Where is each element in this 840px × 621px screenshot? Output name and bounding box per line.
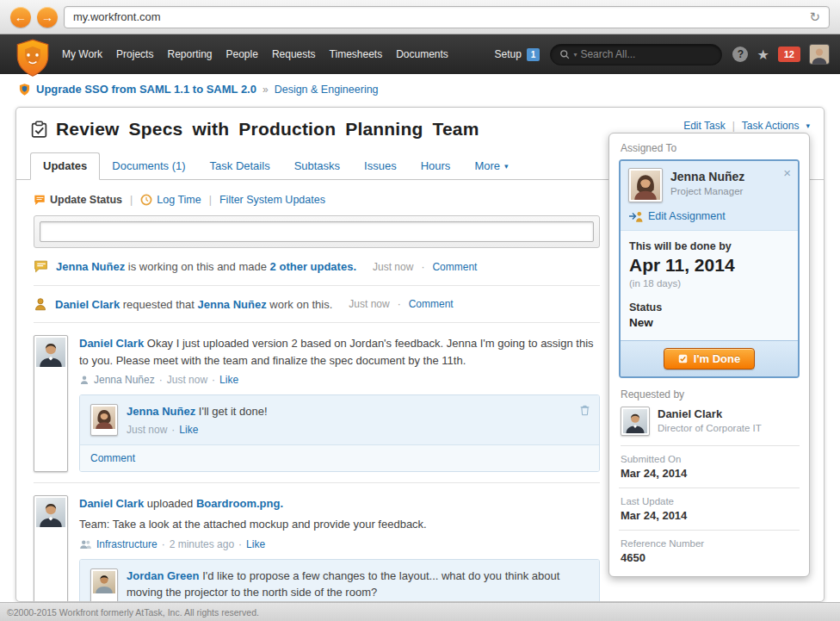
update-input[interactable] — [40, 221, 594, 242]
filter-system-updates-button[interactable]: Filter System Updates — [219, 194, 325, 206]
speech-bubble-icon — [34, 194, 46, 206]
project-icon — [19, 84, 30, 96]
browser-back-button[interactable]: ← — [10, 7, 31, 28]
feed-timestamp: Just now — [349, 298, 389, 310]
search-input[interactable] — [580, 48, 713, 60]
meta-dot: · — [421, 261, 424, 273]
like-link[interactable]: Like — [219, 374, 238, 386]
feed-name-link[interactable]: Daniel Clark — [55, 298, 120, 311]
tab-documents[interactable]: Documents (1) — [100, 153, 197, 179]
submitted-on-label: Submitted On — [621, 454, 800, 464]
assigned-to-label: Assigned To — [621, 142, 800, 154]
meta-dot: · — [238, 538, 242, 550]
copyright-text: ©2000-2015 Workfront formerly AtTask, In… — [7, 607, 259, 618]
last-update-value: Mar 24, 2014 — [621, 509, 800, 522]
favorites-icon[interactable]: ★ — [757, 47, 769, 63]
avatar-jenna — [90, 404, 118, 436]
nav-documents[interactable]: Documents — [396, 48, 448, 60]
remove-assignee-button[interactable]: × — [783, 165, 791, 180]
last-update-label: Last Update — [621, 496, 800, 506]
url-text: my.workfront.com — [73, 10, 809, 23]
meta-dot: · — [162, 538, 165, 550]
help-icon[interactable]: ? — [732, 47, 748, 62]
nav-requests[interactable]: Requests — [272, 48, 316, 60]
other-updates-link[interactable]: 2 other updates. — [270, 260, 356, 273]
edit-assignment-label: Edit Assignment — [648, 210, 726, 222]
tagged-user[interactable]: Jenna Nuñez — [94, 374, 155, 386]
nav-my-work[interactable]: My Work — [62, 48, 102, 60]
team-tag-link[interactable]: Infrastructure — [96, 538, 158, 550]
trash-icon — [579, 404, 590, 416]
log-time-button[interactable]: Log Time — [140, 194, 201, 206]
post-author-link[interactable]: Daniel Clark — [79, 337, 144, 350]
nav-timesheets[interactable]: Timesheets — [330, 48, 383, 60]
workfront-logo-icon[interactable] — [15, 39, 50, 77]
task-header-actions: Edit Task | Task Actions ▾ — [683, 120, 810, 132]
breadcrumb-separator: » — [262, 84, 269, 96]
document-link[interactable]: Boardroom.png. — [196, 497, 283, 510]
search-icon — [559, 49, 570, 59]
page-title: Review Specs with Production Planning Te… — [56, 119, 479, 140]
post-author-link[interactable]: Daniel Clark — [79, 497, 144, 510]
assignment-box: × Jenna Nuñez Project Manager Edit Assig… — [619, 159, 800, 378]
comment-author-link[interactable]: Jenna Nuñez — [127, 405, 195, 418]
comment-link[interactable]: Comment — [409, 298, 454, 310]
update-status-button[interactable]: Update Status — [34, 194, 122, 206]
im-done-label: I'm Done — [694, 352, 740, 365]
status-label: Status — [629, 301, 789, 314]
edit-task-link[interactable]: Edit Task — [683, 120, 725, 132]
filter-label: Filter System Updates — [219, 194, 325, 206]
comment-author-link[interactable]: Jordan Green — [127, 569, 200, 582]
comment-link[interactable]: Comment — [432, 261, 477, 273]
tab-subtasks[interactable]: Subtasks — [282, 153, 352, 179]
update-composer — [34, 215, 600, 248]
tab-updates[interactable]: Updates — [30, 152, 100, 180]
like-link[interactable]: Like — [179, 424, 198, 436]
breadcrumb-project-link[interactable]: Upgrade SSO from SAML 1.1 to SAML 2.0 — [36, 83, 256, 96]
post-timestamp: Just now — [167, 374, 207, 386]
tab-task-details[interactable]: Task Details — [198, 153, 282, 179]
meta-dot: · — [212, 374, 215, 386]
user-avatar[interactable] — [809, 44, 830, 65]
address-bar[interactable]: my.workfront.com ↻ — [64, 6, 830, 28]
task-actions-caret-icon[interactable]: ▾ — [806, 121, 810, 130]
feed-name-link[interactable]: Jenna Nuñez — [56, 260, 125, 273]
system-update-row: Daniel Clark requested that Jenna Nuñez … — [34, 286, 600, 323]
comment-item: Jenna Nuñez I'll get it done! Just now ·… — [80, 395, 599, 444]
like-link[interactable]: Like — [246, 538, 265, 550]
submitted-on-block: Submitted On Mar 24, 2014 — [619, 446, 800, 488]
nav-people[interactable]: People — [226, 48, 258, 60]
comment-text: I'll get it done! — [199, 405, 268, 418]
tab-hours[interactable]: Hours — [409, 153, 463, 179]
assignment-person-icon — [34, 297, 47, 311]
im-done-button[interactable]: I'm Done — [664, 348, 755, 369]
comment-item: Jordan Green I'd like to propose a few c… — [80, 560, 599, 602]
nav-projects[interactable]: Projects — [116, 48, 153, 60]
add-comment-link[interactable]: Comment — [90, 452, 135, 464]
tab-issues[interactable]: Issues — [352, 153, 409, 179]
task-actions-menu[interactable]: Task Actions — [742, 120, 800, 132]
update-post: Daniel Clark Okay I just uploaded versio… — [34, 323, 600, 483]
post-meta: Infrastructure · 2 minutes ago · Like — [79, 538, 600, 550]
tab-more[interactable]: More ▾ — [462, 153, 520, 179]
nav-reporting[interactable]: Reporting — [167, 48, 212, 60]
log-time-label: Log Time — [157, 194, 201, 206]
browser-forward-button[interactable]: → — [37, 7, 58, 28]
delete-comment-button[interactable] — [579, 404, 590, 416]
search-caret-icon[interactable]: ▾ — [573, 51, 577, 59]
avatar-daniel — [34, 335, 68, 472]
clock-icon — [140, 194, 152, 206]
avatar-daniel — [34, 495, 68, 602]
feed-name-link[interactable]: Jenna Nuñez — [198, 298, 267, 311]
refresh-icon[interactable]: ↻ — [809, 9, 820, 25]
edit-assignment-button[interactable]: Edit Assignment — [628, 210, 790, 222]
meta-dot: · — [171, 424, 175, 436]
post-timestamp: 2 minutes ago — [170, 538, 234, 550]
breadcrumb-portfolio-link[interactable]: Design & Engineering — [275, 84, 379, 96]
breadcrumb: Upgrade SSO from SAML 1.1 to SAML 2.0 » … — [19, 83, 379, 96]
status-value: New — [629, 316, 789, 329]
nav-setup[interactable]: Setup 1 — [494, 48, 540, 61]
tab-more-label: More — [474, 159, 500, 172]
notifications-badge[interactable]: 12 — [778, 47, 800, 62]
search-box[interactable]: ▾ — [550, 44, 722, 65]
